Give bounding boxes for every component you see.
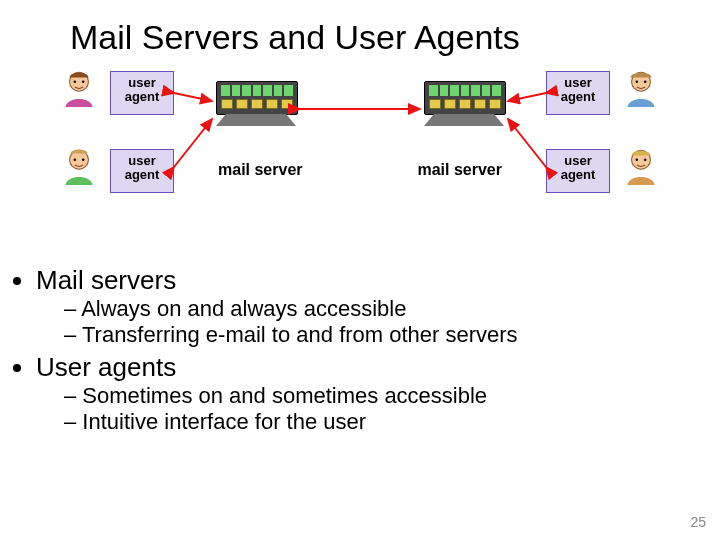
bullet-text: Intuitive interface for the user <box>82 409 366 434</box>
subbullet-item: Intuitive interface for the user <box>64 409 720 435</box>
mail-server-label: mail server <box>417 161 502 179</box>
person-icon <box>620 145 662 187</box>
svg-point-10 <box>636 158 639 161</box>
mail-server-label: mail server <box>218 161 303 179</box>
bullet-text: User agents <box>36 352 176 382</box>
svg-point-1 <box>74 80 77 83</box>
user-agent-box: user agent <box>546 71 610 115</box>
page-number: 25 <box>690 514 706 530</box>
svg-point-2 <box>82 80 85 83</box>
svg-point-4 <box>74 158 77 161</box>
bullet-text: Transferring e-mail to and from other se… <box>82 322 518 347</box>
svg-point-8 <box>644 80 647 83</box>
diagram: user agent user agent user agent user ag… <box>40 63 680 263</box>
ua-label: user <box>128 153 155 168</box>
bullet-item: Mail servers Always on and always access… <box>36 265 720 348</box>
ua-label: agent <box>125 167 160 182</box>
subbullet-item: Transferring e-mail to and from other se… <box>64 322 720 348</box>
bullet-item: User agents Sometimes on and sometimes a… <box>36 352 720 435</box>
svg-point-5 <box>82 158 85 161</box>
svg-point-11 <box>644 158 647 161</box>
svg-line-12 <box>174 93 212 101</box>
svg-line-15 <box>508 119 546 167</box>
bullet-list: Mail servers Always on and always access… <box>36 265 720 435</box>
ua-label: agent <box>125 89 160 104</box>
ua-label: user <box>128 75 155 90</box>
svg-line-13 <box>174 119 212 167</box>
user-agent-box: user agent <box>110 71 174 115</box>
person-icon <box>58 145 100 187</box>
person-icon <box>620 67 662 109</box>
person-icon <box>58 67 100 109</box>
user-agent-box: user agent <box>546 149 610 193</box>
user-agent-box: user agent <box>110 149 174 193</box>
svg-point-7 <box>636 80 639 83</box>
slide: Mail Servers and User Agents user agent … <box>0 0 720 540</box>
bullet-text: Sometimes on and sometimes accessible <box>82 383 487 408</box>
ua-label: agent <box>561 89 596 104</box>
bullet-text: Always on and always accessible <box>81 296 406 321</box>
ua-label: user <box>564 153 591 168</box>
ua-label: user <box>564 75 591 90</box>
subbullet-item: Always on and always accessible <box>64 296 720 322</box>
subbullet-item: Sometimes on and sometimes accessible <box>64 383 720 409</box>
svg-line-14 <box>508 93 546 101</box>
slide-title: Mail Servers and User Agents <box>0 0 720 63</box>
mail-server-icon <box>424 81 504 137</box>
ua-label: agent <box>561 167 596 182</box>
mail-server-icon <box>216 81 296 137</box>
bullet-text: Mail servers <box>36 265 176 295</box>
